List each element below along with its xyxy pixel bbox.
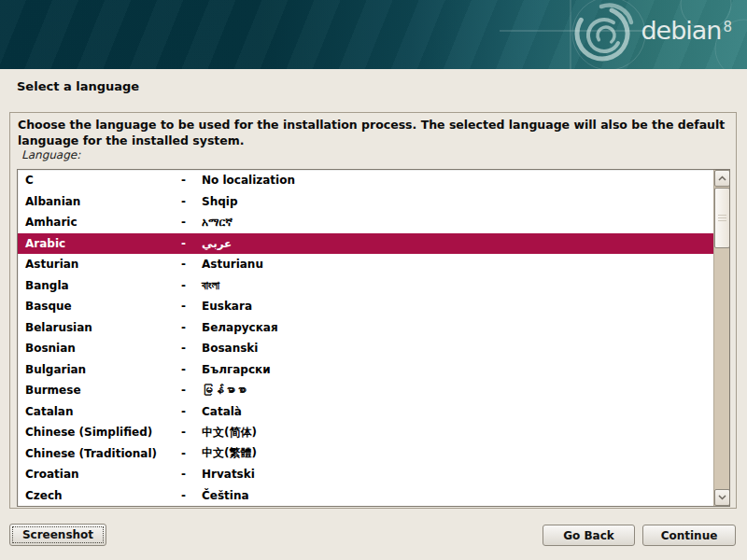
language-native-name: မြန်မာစာ: [202, 384, 713, 397]
go-back-button[interactable]: Go Back: [543, 525, 635, 546]
language-native-name: Asturianu: [202, 258, 713, 271]
brand-logo: debian8: [641, 16, 732, 45]
language-name: Asturian: [25, 258, 181, 271]
language-native-name: عربي: [202, 237, 713, 250]
continue-button[interactable]: Continue: [642, 525, 736, 546]
scrollbar-grip: [718, 213, 726, 223]
language-name: Chinese (Traditional): [25, 447, 181, 460]
language-native-name: Български: [202, 363, 713, 376]
language-separator: -: [181, 174, 202, 187]
language-name: Amharic: [25, 216, 181, 229]
language-separator: -: [181, 195, 202, 208]
language-name: Albanian: [25, 195, 181, 208]
language-row[interactable]: Chinese (Simplified) - 中文(简体): [18, 422, 713, 443]
language-name: Bosnian: [25, 342, 181, 355]
language-row[interactable]: Catalan - Català: [18, 401, 713, 423]
language-row[interactable]: Albanian - Shqip: [18, 191, 713, 213]
language-name: Bangla: [25, 279, 181, 292]
language-row[interactable]: C - No localization: [18, 170, 713, 191]
language-row[interactable]: Bosnian - Bosanski: [18, 338, 713, 359]
language-row[interactable]: Basque - Euskara: [18, 296, 713, 317]
language-listbox: C - No localization Albanian - Shqip Amh…: [17, 169, 730, 507]
language-name: Basque: [25, 300, 181, 313]
language-row[interactable]: Amharic - አማርኛ: [18, 212, 713, 233]
brand-name: debian: [641, 16, 721, 45]
language-separator: -: [181, 468, 202, 481]
language-row[interactable]: Czech - Čeština: [18, 485, 713, 507]
language-separator: -: [181, 489, 202, 502]
language-name: Belarusian: [25, 321, 181, 334]
language-native-name: አማርኛ: [202, 216, 713, 229]
brand-version: 8: [723, 19, 732, 35]
language-separator: -: [181, 363, 202, 376]
screenshot-button[interactable]: Screenshot: [9, 524, 106, 546]
language-native-name: Català: [202, 405, 713, 418]
language-row[interactable]: Asturian - Asturianu: [18, 254, 713, 275]
language-name: Chinese (Simplified): [25, 426, 181, 439]
debian-swirl-icon: [556, 0, 649, 69]
language-name: Bulgarian: [25, 363, 181, 376]
language-separator: -: [181, 237, 202, 250]
scroll-down-button[interactable]: [714, 489, 730, 506]
language-name: C: [25, 174, 181, 187]
language-separator: -: [181, 384, 202, 397]
language-separator: -: [181, 258, 202, 271]
language-row[interactable]: Belarusian - Беларуская: [18, 317, 713, 339]
language-separator: -: [181, 447, 202, 460]
language-field-label: Language:: [21, 148, 80, 161]
language-native-name: No localization: [202, 174, 713, 187]
language-row[interactable]: Burmese - မြန်မာစာ: [18, 380, 713, 401]
scrollbar-thumb[interactable]: [714, 188, 730, 248]
language-native-name: 中文(简体): [202, 425, 713, 441]
language-row[interactable]: Croatian - Hrvatski: [18, 464, 713, 485]
language-row[interactable]: Arabic - عربي: [18, 233, 713, 255]
scrollbar[interactable]: [713, 170, 729, 506]
language-list: C - No localization Albanian - Shqip Amh…: [18, 170, 713, 506]
language-separator: -: [181, 342, 202, 355]
language-row[interactable]: Bangla - বাংলা: [18, 275, 713, 297]
scroll-up-button[interactable]: [714, 170, 730, 187]
language-separator: -: [181, 216, 202, 229]
language-name: Burmese: [25, 384, 181, 397]
language-native-name: Euskara: [202, 300, 713, 313]
language-separator: -: [181, 300, 202, 313]
page-title: Select a language: [17, 79, 139, 93]
language-name: Catalan: [25, 405, 181, 418]
language-separator: -: [181, 405, 202, 418]
language-native-name: Bosanski: [202, 342, 713, 355]
language-native-name: Беларуская: [202, 321, 713, 334]
language-separator: -: [181, 321, 202, 334]
scroll-down-icon: [718, 495, 726, 500]
scroll-up-icon: [718, 175, 726, 181]
language-native-name: 中文(繁體): [202, 445, 713, 461]
instruction-text: Choose the language to be used for the i…: [18, 117, 727, 148]
language-native-name: Shqip: [202, 195, 713, 208]
language-native-name: বাংলা: [202, 279, 713, 292]
content-frame: Choose the language to be used for the i…: [9, 112, 737, 509]
language-separator: -: [181, 426, 202, 439]
language-name: Croatian: [25, 468, 181, 481]
language-separator: -: [181, 279, 202, 292]
language-name: Czech: [25, 489, 181, 502]
language-row[interactable]: Chinese (Traditional) - 中文(繁體): [18, 443, 713, 465]
header-banner: debian8: [0, 0, 747, 69]
language-native-name: Čeština: [202, 489, 713, 502]
language-native-name: Hrvatski: [202, 468, 713, 481]
language-name: Arabic: [25, 237, 181, 250]
language-row[interactable]: Bulgarian - Български: [18, 359, 713, 381]
